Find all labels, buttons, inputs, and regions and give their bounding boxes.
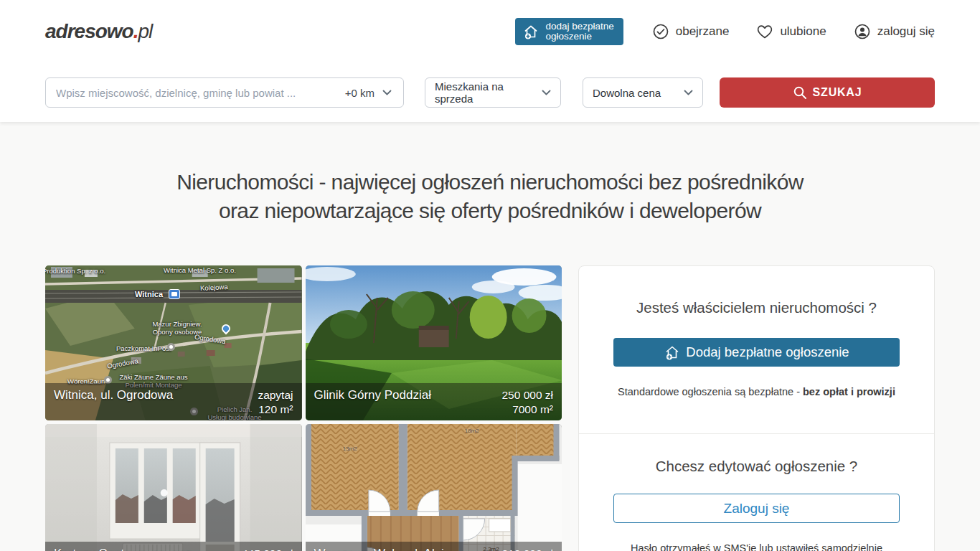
map-label-factory: Produktion Sp. z o.o. bbox=[45, 267, 105, 275]
listing-title: Kartuzy Centrum, co. gaz bbox=[54, 547, 192, 551]
user-circle-icon bbox=[854, 23, 871, 40]
price-value: Dowolna cena bbox=[593, 87, 661, 99]
owner-sidebar: Jesteś właścicielem nieruchomości ? Doda… bbox=[578, 265, 935, 551]
train-station-icon bbox=[169, 289, 180, 299]
page-title-line1: Nieruchomości - najwięcej ogłoszeń nieru… bbox=[0, 168, 980, 197]
sidebar-add-listing-label: Dodaj bezpłatne ogłoszenie bbox=[686, 344, 849, 360]
nav-viewed[interactable]: obejrzane bbox=[652, 23, 730, 40]
add-listing-button[interactable]: dodaj bezpłatne ogłoszenie bbox=[515, 18, 623, 45]
brand-name: adresowo bbox=[45, 20, 133, 42]
nav-login[interactable]: zaloguj się bbox=[854, 23, 935, 40]
page-title-line2: oraz niepowtarzające się oferty pośredni… bbox=[0, 197, 980, 225]
price-select[interactable]: Dowolna cena bbox=[583, 77, 703, 108]
chevron-down-icon bbox=[684, 90, 693, 95]
add-listing-label-line1: dodaj bezpłatne bbox=[545, 21, 613, 32]
map-pin-icon bbox=[167, 343, 175, 351]
map-label-town: Witnica bbox=[135, 291, 163, 298]
listing-area: 7000 m² bbox=[501, 402, 553, 417]
listing-title: Glinik Górny Poddział bbox=[314, 388, 431, 420]
listing-area: 120 m² bbox=[258, 402, 293, 417]
plan-room1-label: 13m2 bbox=[343, 446, 357, 452]
map-label-zaki-line1: Zäki Zäune Zäune aus bbox=[119, 373, 187, 381]
map-label-mazur-line1: Mazur Zbigniew. bbox=[152, 320, 202, 328]
location-search-input[interactable] bbox=[46, 78, 334, 107]
listing-title: Witnica, ul. Ogrodowa bbox=[54, 388, 173, 420]
listing-overlay: Glinik Górny Poddział 250 000 zł 7000 m² bbox=[306, 383, 562, 420]
plan-room2-label: 18m2 bbox=[465, 428, 479, 434]
heart-icon bbox=[756, 23, 773, 40]
listing-meta: 250 000 zł 7000 m² bbox=[501, 388, 553, 420]
top-bar: adresowo.pl dodaj bezpłatne ogłoszenie o… bbox=[0, 0, 980, 122]
magnifier-icon bbox=[793, 85, 807, 100]
search-submit-button[interactable]: SZUKAJ bbox=[720, 77, 935, 108]
map-label-metal: Witnica Metal Sp. Z o.o. bbox=[164, 266, 236, 274]
map-pin-icon bbox=[220, 323, 232, 335]
map-label-kolejowa: Kolejowa bbox=[200, 283, 228, 292]
listing-meta: zapytaj 120 m² bbox=[258, 388, 293, 420]
listing-meta: 810 000 zł bbox=[501, 547, 553, 551]
category-value: Mieszkania na sprzeda bbox=[435, 80, 542, 105]
page-title: Nieruchomości - najwięcej ogłoszeń nieru… bbox=[0, 168, 980, 225]
category-select[interactable]: Mieszkania na sprzeda bbox=[425, 77, 561, 108]
add-listing-label-line2: ogłoszenie bbox=[545, 31, 592, 42]
interior-photo-image bbox=[45, 424, 302, 551]
search-bar: +0 km Mieszkania na sprzeda Dowolna cena bbox=[45, 77, 935, 108]
location-search-group: +0 km bbox=[45, 77, 404, 108]
nav-viewed-label: obejrzane bbox=[676, 24, 730, 39]
nav-favorites-label: ulubione bbox=[780, 24, 826, 39]
main-content: Produktion Sp. z o.o. Witnica Metal Sp. … bbox=[0, 265, 980, 551]
floor-plan-image bbox=[306, 424, 562, 551]
map-label-paczkomat: Paczkomat InPost bbox=[116, 344, 171, 352]
nav-favorites[interactable]: ulubione bbox=[756, 23, 826, 40]
listing-card-kartuzy[interactable]: Kartuzy Centrum, co. gaz 445 000 zł bbox=[45, 424, 302, 551]
sidebar-login-button[interactable]: Zaloguj się bbox=[613, 494, 900, 523]
listing-overlay: Warszawa Wola, ul. Aleja 810 000 zł bbox=[306, 542, 562, 551]
check-circle-icon bbox=[652, 23, 669, 40]
owner-note-bold: bez opłat i prowizji bbox=[803, 386, 895, 397]
listing-price: zapytaj bbox=[258, 388, 293, 402]
listing-price: 445 000 zł bbox=[242, 547, 293, 551]
owner-note: Standardowe ogłoszenia są bezpłatne - be… bbox=[613, 386, 900, 397]
chevron-down-icon bbox=[542, 90, 551, 95]
sidebar-add-listing-button[interactable]: Dodaj bezpłatne ogłoszenie bbox=[613, 338, 900, 367]
listing-overlay: Witnica, ul. Ogrodowa zapytaj 120 m² bbox=[45, 383, 302, 420]
listing-overlay: Kartuzy Centrum, co. gaz 445 000 zł bbox=[45, 542, 302, 551]
radius-select[interactable]: +0 km bbox=[334, 78, 403, 107]
sidebar-login-label: Zaloguj się bbox=[724, 501, 790, 517]
header: adresowo.pl dodaj bezpłatne ogłoszenie o… bbox=[45, 0, 935, 63]
owner-section: Jesteś właścicielem nieruchomości ? Doda… bbox=[579, 266, 934, 433]
edit-note: Hasło otrzymałeś w SMS'ie lub ustawiłeś … bbox=[613, 542, 900, 551]
house-plus-icon bbox=[522, 23, 540, 40]
edit-heading: Chcesz edytować ogłoszenie ? bbox=[613, 458, 900, 475]
edit-section: Chcesz edytować ogłoszenie ? Zaloguj się… bbox=[579, 433, 934, 551]
brand-tld: pl bbox=[138, 20, 152, 42]
listing-price: 810 000 zł bbox=[501, 547, 553, 551]
brand-logo[interactable]: adresowo.pl bbox=[45, 20, 152, 43]
adresowo-homepage: { "brand": { "main": "adresowo", "dot": … bbox=[0, 0, 980, 551]
listing-card-glinik[interactable]: Glinik Górny Poddział 250 000 zł 7000 m² bbox=[306, 265, 562, 420]
chevron-down-icon bbox=[382, 90, 392, 95]
listing-grid: Produktion Sp. z o.o. Witnica Metal Sp. … bbox=[45, 265, 562, 551]
header-nav: obejrzane ulubione zaloguj się bbox=[652, 23, 935, 40]
nav-login-label: zaloguj się bbox=[877, 24, 935, 39]
listing-card-warszawa[interactable]: 13m2 18m2 2,3m2 Warszawa Wola, ul. Aleja… bbox=[306, 424, 562, 551]
listing-price: 250 000 zł bbox=[501, 388, 553, 402]
owner-note-text: Standardowe ogłoszenia są bezpłatne - bbox=[618, 386, 803, 397]
map-label-ogrodowa-2: Ogrodowa bbox=[106, 357, 138, 369]
search-submit-label: SZUKAJ bbox=[813, 86, 862, 99]
listing-meta: 445 000 zł bbox=[242, 547, 293, 551]
owner-heading: Jesteś właścicielem nieruchomości ? bbox=[613, 299, 900, 316]
listing-title: Warszawa Wola, ul. Aleja bbox=[314, 547, 451, 551]
house-plus-icon bbox=[664, 344, 681, 361]
listing-card-witnica[interactable]: Produktion Sp. z o.o. Witnica Metal Sp. … bbox=[45, 265, 302, 420]
radius-value: +0 km bbox=[345, 87, 374, 99]
map-label-ogrodowa-1: Ogrodowa bbox=[194, 333, 226, 346]
